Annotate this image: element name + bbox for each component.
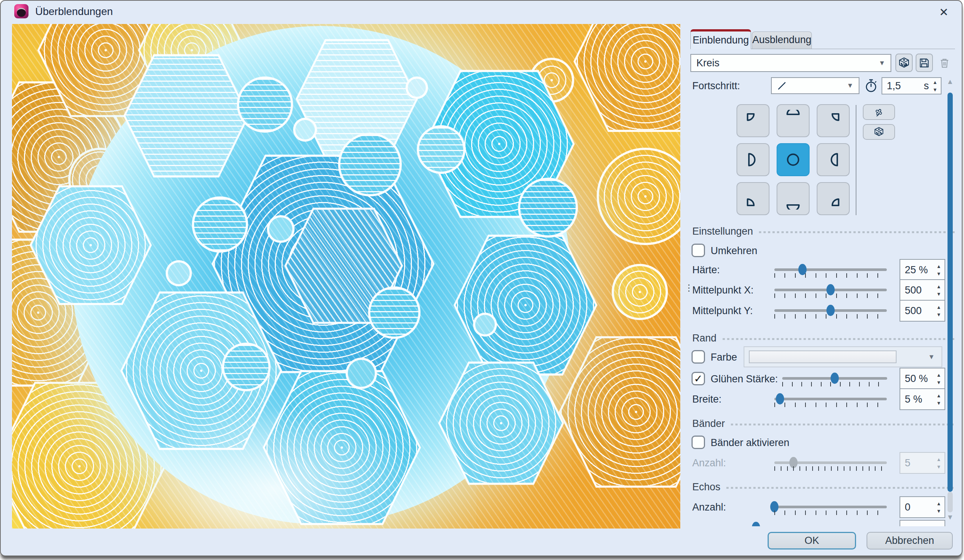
direction-top-button[interactable] [777,104,809,137]
mittelpunkt-x-label: Mittelpunkt X: [692,285,754,296]
section-divider [759,231,955,233]
haerte-value: 25 % [900,264,936,276]
scroll-up-icon[interactable]: ▲ [945,78,955,86]
section-echos-title: Echos [692,481,720,493]
staerke-slider[interactable] [782,377,887,380]
spin-up-icon[interactable]: ▲ [936,264,941,269]
panel-scrollbar[interactable]: ▲ ▼ [945,78,955,524]
haerte-spinner[interactable]: 25 % ▲▼ [899,259,945,281]
direction-right-button[interactable] [817,143,850,176]
spin-up-icon[interactable]: ▲ [933,80,937,85]
scroll-down-icon[interactable]: ▼ [945,513,955,521]
trash-icon [938,57,951,69]
mittelpunkt-x-slider[interactable] [774,289,887,291]
lucky-clover-button[interactable] [863,104,895,120]
section-divider [726,487,955,489]
farbe-color-dropdown[interactable]: ▼ [744,346,942,367]
chevron-down-icon: ▼ [928,353,935,361]
spin-up-icon[interactable]: ▲ [936,501,941,506]
spin-up-icon[interactable]: ▲ [936,393,941,398]
baender-aktivieren-label: Bänder aktivieren [711,437,789,449]
cancel-button[interactable]: Abbrechen [866,532,953,550]
color-swatch [749,350,897,363]
echos-anzahl-label: Anzahl: [692,501,726,513]
mittelpunkt-y-spinner[interactable]: 500 ▲▼ [899,300,945,322]
farbe-checkbox[interactable] [692,350,705,364]
echos-anzahl-spinner[interactable]: 0 ▲▼ [899,496,945,518]
section-einstellungen-title: Einstellungen [692,226,753,237]
dice-icon [873,126,884,138]
section-baender-title: Bänder [692,418,725,430]
grid-separator [856,105,857,215]
umkehren-checkbox[interactable] [692,244,705,257]
random-preset-button[interactable] [896,54,913,72]
window-title: Überblendungen [35,6,113,18]
haerte-slider[interactable] [774,269,887,271]
spin-down-icon[interactable]: ▼ [936,380,941,385]
tab-ausblendung[interactable]: Ausblendung [752,31,812,49]
tab-einblendung-label: Einblendung [693,34,749,46]
slider-ticks [774,511,887,515]
spin-down-icon[interactable]: ▼ [936,401,941,405]
direction-bottom-left-button[interactable] [736,182,769,215]
section-einstellungen: Einstellungen [692,226,955,237]
gluehen-checkbox[interactable]: ✓ [692,372,705,385]
direction-top-left-button[interactable] [736,104,769,137]
spin-down-icon[interactable]: ▼ [936,312,941,317]
direction-bottom-right-button[interactable] [817,182,850,215]
spin-up-icon[interactable]: ▲ [936,305,941,309]
duration-value: 1,5 [882,80,924,92]
save-icon [918,57,931,69]
delete-preset-button[interactable] [936,54,953,72]
spin-down-icon: ▼ [936,464,941,469]
ok-button[interactable]: OK [768,532,856,550]
progress-curve-icon [772,81,847,91]
spin-up-icon[interactable]: ▲ [936,284,941,289]
clipped-slider-thumb [752,522,760,526]
echos-anzahl-slider[interactable] [774,506,887,508]
slider-ticks [774,466,887,471]
section-divider [723,338,955,340]
mittelpunkt-y-label: Mittelpunkt Y: [692,305,753,317]
direction-top-right-button[interactable] [817,104,850,137]
progress-curve-dropdown[interactable]: ▼ [771,77,860,94]
tab-ausblendung-label: Ausblendung [752,34,811,46]
slider-ticks [774,293,887,298]
tab-einblendung[interactable]: Einblendung [690,29,751,49]
baender-aktivieren-checkbox[interactable] [692,436,705,449]
spin-down-icon[interactable]: ▼ [936,271,941,276]
spin-up-icon[interactable]: ▲ [936,373,941,378]
echos-anzahl-value: 0 [900,501,936,513]
spin-down-icon[interactable]: ▼ [936,509,941,513]
mittelpunkt-y-value: 500 [900,305,936,317]
direction-center-button[interactable] [777,143,809,176]
breite-spinner[interactable]: 5 % ▲▼ [899,388,945,410]
save-preset-button[interactable] [916,54,933,72]
section-divider [731,423,955,425]
baender-anzahl-value: 5 [900,457,936,469]
clipped-row [747,520,946,526]
scrollbar-track[interactable] [948,492,953,513]
spin-down-icon[interactable]: ▼ [933,87,937,92]
mittelpunkt-x-spinner[interactable]: 500 ▲▼ [899,279,945,301]
title-bar: Überblendungen ✕ [1,1,962,23]
direction-bottom-button[interactable] [777,182,809,215]
check-icon: ✓ [694,373,702,385]
preview-canvas [12,24,680,529]
mittelpunkt-y-slider[interactable] [774,309,887,312]
breite-value: 5 % [900,394,936,405]
section-baender: Bänder [692,418,955,430]
slider-ticks [782,382,888,386]
preset-dropdown[interactable]: Kreis ▼ [690,54,891,72]
scrollbar-thumb[interactable] [948,93,953,492]
breite-slider[interactable] [774,398,887,400]
close-icon[interactable]: ✕ [936,5,952,20]
random-settings-button[interactable] [863,124,895,140]
slider-ticks [774,314,887,319]
duration-spinner[interactable]: 1,5 s ▲▼ [881,77,941,94]
umkehren-label: Umkehren [711,245,757,257]
direction-left-button[interactable] [736,143,769,176]
staerke-spinner[interactable]: 50 % ▲▼ [899,368,945,389]
spin-down-icon[interactable]: ▼ [936,291,941,296]
app-icon [14,4,28,18]
